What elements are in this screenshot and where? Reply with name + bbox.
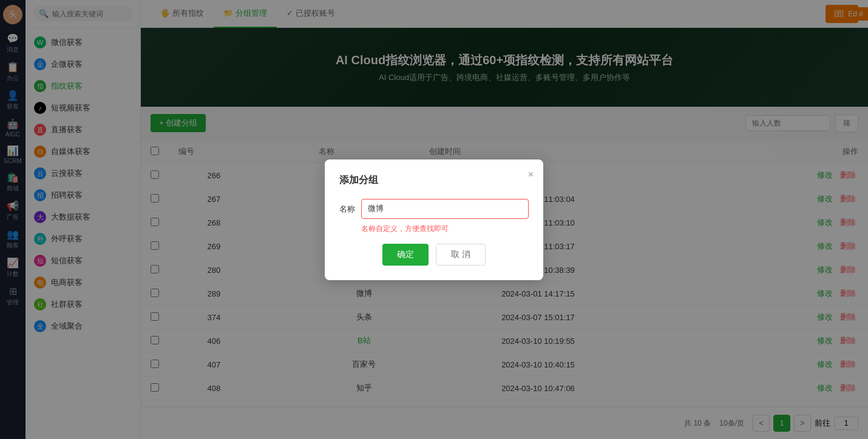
add-group-modal: 添加分组 × 名称 名称自定义，方便查找即可 确定 取 消: [325, 159, 543, 280]
group-name-input[interactable]: [361, 199, 529, 219]
cancel-button[interactable]: 取 消: [436, 244, 486, 266]
modal-field: 名称: [339, 199, 529, 219]
modal-actions: 确定 取 消: [339, 244, 529, 266]
modal-input-wrap: [361, 199, 529, 219]
modal-close-button[interactable]: ×: [528, 169, 534, 180]
modal-label: 名称: [339, 199, 361, 215]
modal-title: 添加分组: [339, 174, 529, 187]
modal-overlay: 添加分组 × 名称 名称自定义，方便查找即可 确定 取 消: [0, 0, 868, 439]
confirm-button[interactable]: 确定: [382, 244, 429, 266]
modal-hint: 名称自定义，方便查找即可: [361, 224, 529, 234]
